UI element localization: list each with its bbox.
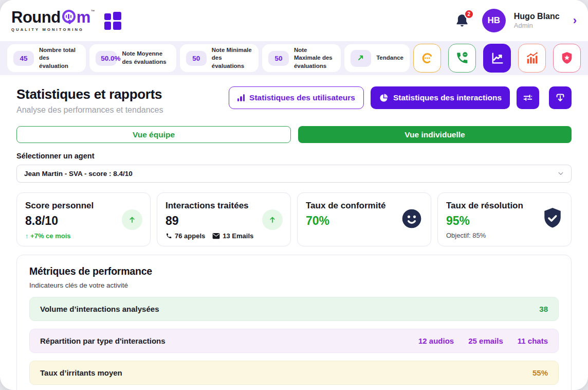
metric-label: Volume d’interactions analysées [40,305,159,313]
arrow-up-icon [262,209,283,230]
chat-smiley-icon[interactable] [413,44,441,73]
stat-label: Nombre total des évaluation [39,46,80,70]
view-tabs: Vue équipe Vue individuelle [16,126,572,143]
stat-value: 50.0% [96,51,117,66]
arrow-up-icon [122,209,142,230]
metric-label: Répartition par type d'interactions [40,336,166,345]
page-title: Statistiques et rapports [16,86,163,102]
filter-sliders-button[interactable] [517,86,539,109]
stat-label: Note Moyenne des évaluations [122,50,170,66]
interaction-stats-label: Statistiques des interactions [393,93,502,102]
sliders-icon [522,92,534,103]
brand-word-black: Round [11,9,61,25]
card-personal-score: Score personnel 8.8/10 ↑ +7% ce mois [16,192,151,246]
phone-icon [166,233,172,239]
apps-grid-icon[interactable] [104,12,122,30]
user-role: Admin [514,22,560,30]
bar-chart-icon [237,94,245,101]
pie-chart-icon [379,93,389,103]
download-icon [555,92,566,103]
card-compliance-rate: Taux de conformité 70% [297,192,431,246]
tab-individual-view[interactable]: Vue individuelle [298,126,572,143]
metric-row-volume: Volume d’interactions analysées 38 [29,297,559,321]
shield-star-icon[interactable] [553,44,581,73]
download-button[interactable] [549,86,572,109]
brand-logo[interactable]: Round m ™ QUALITY MONITORING [11,9,95,32]
page-subtitle: Analyse des performances et tendances [16,105,163,115]
card-resolution-rate: Taux de résolution 95% Objectif: 85% [437,192,572,246]
metric-value-chats: 11 chats [518,336,548,345]
metric-row-repartition: Répartition par type d'interactions 12 a… [29,329,559,353]
user-avatar[interactable]: HB [482,9,506,32]
envelope-icon [212,233,220,239]
quick-access-icons [413,44,581,73]
line-chart-icon[interactable] [483,44,511,73]
app-header: Round m ™ QUALITY MONITORING 2 HB Hugo B… [0,0,588,41]
kpi-cards: Score personnel 8.8/10 ↑ +7% ce mois Int… [16,192,572,246]
calls-stat: 76 appels [166,232,205,240]
card-interactions-handled: Interactions traitées 89 76 appels 13 Em… [157,192,291,246]
trademark-symbol: ™ [91,10,95,14]
user-menu-chevron-icon[interactable]: › [573,15,577,26]
shield-check-icon [542,207,563,233]
card-objective: Objectif: 85% [446,232,563,239]
agent-select-value: Jean Martin - SVA - score : 8.4/10 [24,170,133,178]
metric-value: 55% [532,368,548,377]
stat-value: 45 [13,51,34,66]
user-meta: Hugo Blanc Admin [514,11,560,30]
stat-value: 50 [186,51,207,66]
main-content: Statistiques et rapports Analyse des per… [0,75,588,390]
user-name: Hugo Blanc [514,11,560,22]
agent-select[interactable]: Jean Martin - SVA - score : 8.4/10 [16,165,572,183]
performance-metrics-panel: Métriques de performance Indicateurs clé… [16,255,572,390]
panel-title: Métriques de performance [29,265,559,277]
stat-chip-max-score: 50 Note Maximale des évaluations [262,44,341,72]
page-heading: Statistiques et rapports Analyse des per… [16,86,163,115]
user-stats-label: Statistiques des utilisateurs [249,93,355,102]
stat-chip-trend: Tendance [344,44,410,72]
notification-count-badge: 2 [464,9,474,19]
stat-chip-min-score: 50 Note Minimale des évaluations [180,44,259,72]
brand-word-purple: m [77,9,90,25]
brand-q-icon [62,10,76,23]
stat-chip-total-evaluations: 45 Nombre total des évaluation [7,44,86,72]
interaction-stats-button[interactable]: Statistiques des interactions [371,86,510,109]
brand-tagline: QUALITY MONITORING [11,27,95,32]
trend-up-icon [351,50,371,67]
panel-subtitle: Indicateurs clés de votre activité [29,281,559,289]
phone-chat-icon[interactable] [448,44,476,73]
stat-label: Note Minimale des évaluations [212,46,252,70]
stat-value: 50 [268,51,289,66]
metric-row-irritants: Taux d’irritants moyen 55% [29,361,559,385]
emails-stat: 13 Emails [212,232,253,240]
app-window: Round m ™ QUALITY MONITORING 2 HB Hugo B… [0,0,588,390]
chevron-down-icon [558,170,564,178]
stats-bar: 45 Nombre total des évaluation 50.0% Not… [0,41,588,75]
card-title: Score personnel [25,201,142,211]
metric-value-emails: 25 emails [468,336,503,345]
card-title: Interactions traitées [166,201,282,211]
metric-value-audios: 12 audios [418,336,454,345]
notifications-bell-icon[interactable]: 2 [454,12,470,29]
user-stats-button[interactable]: Statistiques des utilisateurs [229,86,364,109]
tab-team-view[interactable]: Vue équipe [16,126,291,143]
stat-label: Tendance [376,54,403,62]
bar-chart-icon[interactable] [518,44,546,73]
agent-select-label: Sélectionner un agent [16,152,572,160]
stat-chip-average-score: 50.0% Note Moyenne des évaluations [89,44,176,72]
metric-value: 38 [539,305,548,313]
smiley-icon [400,207,423,232]
stat-label: Note Maximale des évaluations [294,46,335,70]
card-trend: ↑ +7% ce mois [25,232,142,240]
metric-label: Taux d’irritants moyen [40,368,122,377]
